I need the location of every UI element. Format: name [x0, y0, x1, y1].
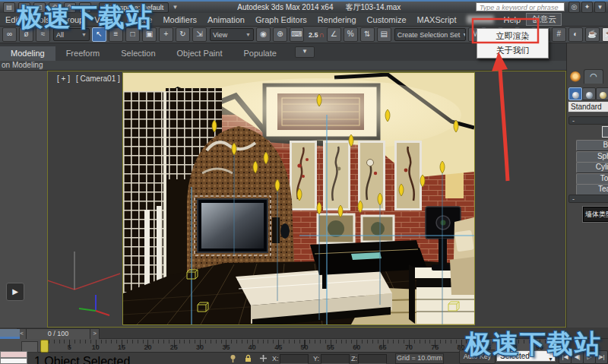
ribbon-options-dropdown[interactable]: ▼ — [295, 46, 315, 58]
search-find-icon[interactable]: ◎ — [568, 2, 580, 13]
lights-category-icon[interactable] — [596, 87, 608, 100]
cloud-menu-item-2[interactable]: 关于我们 — [477, 43, 548, 58]
listener-scroll-block — [0, 329, 20, 337]
rendered-frame-icon[interactable]: ☕ — [602, 27, 608, 42]
autogrid-checkbox[interactable] — [602, 126, 608, 138]
spinner-snap-icon[interactable]: ⇅ — [360, 27, 375, 42]
menu-item-create[interactable]: Create — [122, 14, 157, 25]
menu-item-help[interactable]: Help — [499, 14, 527, 25]
selection-filter-combo[interactable]: All▼ — [53, 28, 90, 41]
menu-item-censored[interactable] — [467, 15, 494, 24]
previous-frame-button[interactable]: ◀| — [571, 350, 584, 364]
reference-coordinate-combo[interactable]: View▼ — [210, 28, 254, 41]
schematic-view-icon[interactable]: # — [552, 27, 566, 42]
bind-to-spacewarp-icon[interactable]: ≈ — [36, 27, 50, 42]
material-editor-icon[interactable]: ◐ — [568, 27, 583, 42]
current-frame-marker[interactable] — [40, 340, 49, 353]
shapes-category-icon[interactable] — [582, 87, 596, 100]
undo-icon[interactable]: ↶ — [49, 2, 61, 13]
select-and-link-icon[interactable]: ∞ — [2, 27, 17, 42]
menu-item-group[interactable]: Group — [55, 14, 90, 25]
play-button[interactable]: ▷ — [583, 350, 596, 364]
time-slider-value[interactable]: 0 / 100 — [26, 328, 90, 340]
create-cylinder-button[interactable]: Cylinder — [576, 162, 608, 173]
frame-tick-5: 5 — [62, 343, 76, 351]
play-overlay-icon[interactable]: ▶ — [6, 283, 24, 301]
y-coord-field[interactable] — [321, 354, 350, 364]
ribbon-tab-populate[interactable]: Populate — [233, 46, 287, 61]
app-title: Autodesk 3ds Max 2014 x64 — [237, 3, 333, 11]
angle-snap-icon[interactable]: ∠ — [327, 27, 341, 42]
create-torus-button[interactable]: Torus — [576, 173, 608, 185]
unlink-selection-icon[interactable]: ø — [19, 27, 33, 42]
open-file-icon[interactable]: ◪ — [18, 2, 30, 13]
select-and-move-icon[interactable]: + — [159, 27, 173, 42]
redo-icon[interactable]: ↷ — [64, 2, 76, 13]
maxscript-mini-listener-pink[interactable] — [0, 351, 27, 358]
go-to-start-button[interactable]: |◀ — [559, 350, 572, 364]
save-file-icon[interactable]: ◫ — [33, 2, 46, 13]
workspace-arrow-icon[interactable]: ▼ — [172, 4, 178, 11]
ribbon-tab-modeling[interactable]: Modeling — [0, 46, 55, 61]
menu-item-maxscript[interactable]: MAXScript — [412, 14, 462, 25]
object-type-rollout-header[interactable]: - — [568, 116, 608, 125]
create-tab-icon[interactable] — [570, 71, 581, 82]
menu-item-tools[interactable]: Tools — [25, 14, 55, 25]
key-filter-dropdown[interactable]: Selected ▼ — [496, 350, 556, 362]
auto-key-button[interactable]: Auto Key — [459, 350, 496, 364]
select-and-scale-icon[interactable]: ⇲ — [192, 27, 207, 42]
ribbon-collapsed-panel[interactable]: on Modeling — [0, 61, 566, 71]
name-color-rollout-header[interactable]: - — [568, 195, 608, 203]
object-name-field[interactable]: 墙体类型 — [583, 207, 608, 222]
menu-item-customize[interactable]: Customize — [362, 14, 412, 25]
z-coord-field[interactable] — [358, 354, 387, 364]
snaps-toggle-icon[interactable]: 2.5∩ — [309, 30, 325, 39]
create-box-button[interactable]: Box — [576, 140, 608, 151]
isolate-selection-icon[interactable] — [228, 354, 238, 363]
workspace-dropdown[interactable]: Workspace: Default — [99, 2, 169, 13]
cloud-menu-item-1[interactable]: 立即渲染 — [477, 29, 548, 43]
frame-forward-button[interactable]: > — [90, 328, 100, 340]
select-and-rotate-icon[interactable]: ↻ — [176, 27, 190, 42]
frame-tick-10: 10 — [89, 343, 103, 351]
rect-selection-region-icon[interactable]: □ — [125, 27, 140, 42]
window-crossing-icon[interactable]: ▣ — [142, 27, 157, 42]
render-setup-icon[interactable]: ☕ — [585, 27, 600, 42]
menu-item-views[interactable]: Views — [89, 14, 122, 25]
camera-viewport-render[interactable] — [122, 72, 475, 325]
menu-item-graph-editors[interactable]: Graph Editors — [250, 14, 312, 25]
select-and-manipulate-icon[interactable]: ⊕ — [273, 27, 287, 42]
search-input[interactable]: Type a keyword or phrase — [476, 2, 565, 11]
create-sphere-button[interactable]: Sphere — [576, 151, 608, 163]
communication-center-icon[interactable]: ✦ — [581, 2, 593, 13]
menu-item-rendering[interactable]: Rendering — [312, 14, 362, 25]
x-coord-field[interactable] — [280, 354, 309, 364]
project-folder-icon[interactable]: ▣ — [79, 2, 91, 13]
selection-set-combo[interactable]: Create Selection Set▼ — [394, 28, 466, 41]
menu-item-modifiers[interactable]: Modifiers — [157, 14, 202, 25]
ribbon-tab-selection[interactable]: Selection — [110, 46, 166, 61]
named-selection-sets-icon[interactable]: ▤ — [377, 27, 391, 42]
select-by-name-icon[interactable]: ≡ — [109, 27, 123, 42]
ribbon-tab-freeform[interactable]: Freeform — [55, 46, 111, 61]
viewport[interactable]: [ + ] [ Camera01 ] [ Smooth + Highlights… — [47, 71, 566, 328]
select-object-icon[interactable]: ↖ — [92, 27, 106, 42]
use-pivot-center-icon[interactable]: ◉ — [256, 27, 271, 42]
new-scene-icon[interactable]: ▤ — [3, 2, 15, 13]
primitive-category-dropdown[interactable]: Standard — [568, 101, 608, 112]
modify-tab-icon[interactable]: ◠ — [584, 69, 603, 84]
transform-gizmo-icon[interactable] — [258, 354, 268, 363]
menu-item-创意云[interactable]: 创意云 — [526, 13, 562, 26]
viewport-menu-general[interactable]: [ + ] — [57, 74, 70, 83]
percent-snap-icon[interactable]: % — [344, 27, 358, 42]
geometry-category-icon[interactable] — [568, 87, 582, 100]
next-frame-button[interactable]: ▶| — [595, 350, 608, 364]
ribbon-tab-object-paint[interactable]: Object Paint — [166, 46, 233, 61]
menu-item-animation[interactable]: Animation — [202, 14, 250, 25]
sign-in-icon[interactable]: ▾ — [594, 2, 606, 13]
maxscript-mini-listener-white[interactable] — [0, 358, 27, 364]
viewport-menu-camera[interactable]: [ Camera01 ] — [76, 74, 120, 83]
selection-lock-icon[interactable] — [243, 354, 253, 363]
keyboard-override-icon[interactable]: ⌨ — [290, 27, 304, 42]
menu-item-edit[interactable]: Edit — [0, 14, 25, 25]
